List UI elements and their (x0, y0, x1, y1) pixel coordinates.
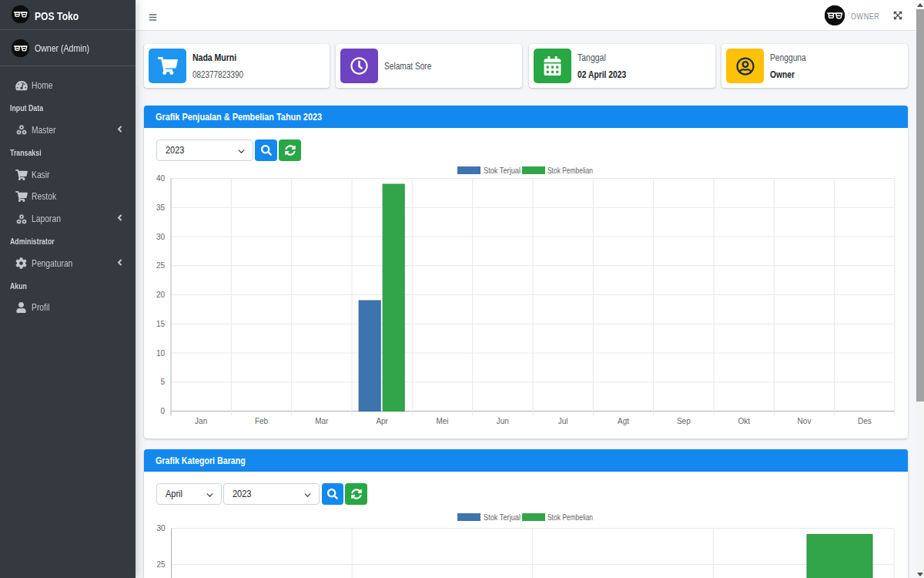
svg-text:20: 20 (156, 291, 166, 299)
svg-text:0: 0 (160, 407, 165, 415)
svg-text:Agt: Agt (618, 417, 629, 425)
svg-text:Okt: Okt (738, 417, 750, 425)
svg-text:Mei: Mei (436, 417, 448, 425)
svg-text:Feb: Feb (255, 417, 269, 425)
svg-text:Stok Terjual: Stok Terjual (484, 512, 521, 522)
svg-text:15: 15 (156, 320, 166, 328)
svg-text:Nov: Nov (798, 417, 812, 425)
svg-text:Apr: Apr (376, 417, 388, 425)
svg-text:40: 40 (156, 174, 166, 183)
svg-text:Mar: Mar (315, 417, 329, 425)
svg-text:Jul: Jul (558, 417, 568, 425)
svg-text:Des: Des (858, 417, 872, 425)
svg-text:Stok Pembelian: Stok Pembelian (547, 166, 593, 175)
svg-text:10: 10 (156, 349, 166, 358)
svg-text:30: 30 (156, 524, 166, 533)
svg-text:30: 30 (156, 233, 166, 241)
svg-text:35: 35 (156, 203, 166, 212)
svg-text:5: 5 (160, 378, 165, 386)
svg-text:25: 25 (156, 560, 166, 569)
svg-text:25: 25 (156, 261, 166, 270)
svg-text:Stok Pembelian: Stok Pembelian (547, 512, 593, 522)
svg-text:Jun: Jun (497, 417, 509, 425)
svg-text:Jan: Jan (195, 417, 207, 425)
svg-text:Stok Terjual: Stok Terjual (484, 166, 521, 175)
svg-text:Sep: Sep (677, 417, 691, 425)
